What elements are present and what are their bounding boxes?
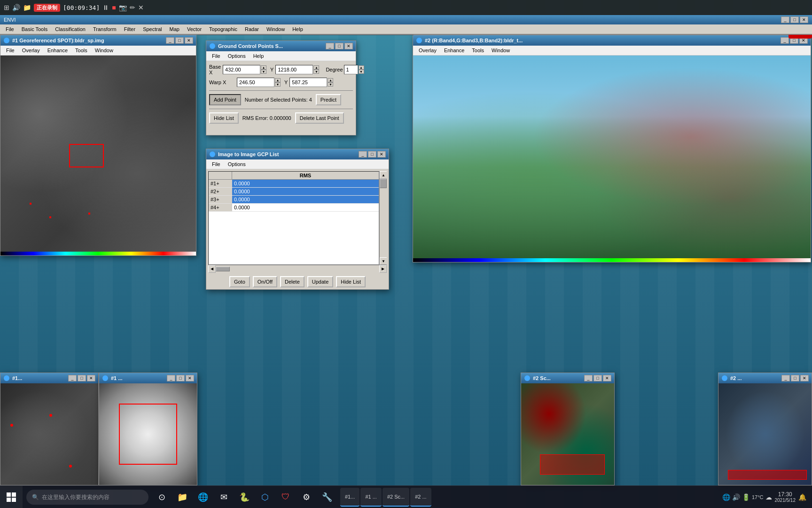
gcp-list-menu-options[interactable]: Options xyxy=(224,160,250,168)
gcp-base-x-input[interactable] xyxy=(223,65,260,74)
main-maximize[interactable]: □ xyxy=(790,16,799,23)
taskbar-browser-icon[interactable]: 🌐 xyxy=(194,488,212,507)
win2-minimize[interactable]: _ xyxy=(781,37,789,44)
thumb2-maximize[interactable]: □ xyxy=(176,375,185,381)
win1-menu-tools[interactable]: Tools xyxy=(71,47,91,54)
image-content-1[interactable] xyxy=(0,56,196,252)
menu-topographic[interactable]: Topographic xyxy=(205,25,241,33)
win1-menu-overlay[interactable]: Overlay xyxy=(18,47,44,54)
table-row[interactable]: #4+ 0.0000 xyxy=(209,204,379,212)
search-input[interactable] xyxy=(42,494,136,500)
thumb3-close[interactable]: ✕ xyxy=(603,375,611,381)
gcp-menu-file[interactable]: File xyxy=(208,52,224,60)
gcp-add-point-btn[interactable]: Add Point xyxy=(209,94,241,105)
gcp-predict-btn[interactable]: Predict xyxy=(316,94,341,105)
vscroll-thumb[interactable] xyxy=(380,179,387,188)
tray-weather-icon[interactable]: ☁ xyxy=(765,493,772,501)
gcp-list-hide-btn[interactable]: Hide List xyxy=(336,276,366,287)
gcp-base-y-input[interactable] xyxy=(275,65,313,74)
pause-icon[interactable]: ⏸ xyxy=(102,4,109,11)
vscroll-down[interactable]: ▼ xyxy=(380,257,387,265)
taskbar-settings-icon[interactable]: ⚙ xyxy=(297,488,316,507)
taskbar-python-icon[interactable]: 🐍 xyxy=(235,488,254,507)
edit-icon[interactable]: ✏ xyxy=(130,4,135,11)
win2-menu-overlay[interactable]: Overlay xyxy=(415,47,440,54)
gcp-vscrollbar[interactable]: ▲ ▼ xyxy=(379,171,387,265)
taskbar-app-1[interactable]: #1... xyxy=(340,488,359,507)
taskbar-antivirus-icon[interactable]: 🛡 xyxy=(276,488,295,507)
tray-notification-icon[interactable]: 🔔 xyxy=(798,493,806,501)
thumb1-close[interactable]: ✕ xyxy=(87,375,95,381)
image-content-2[interactable] xyxy=(413,56,811,258)
warp-spin-up[interactable]: ▲ xyxy=(275,78,281,82)
thumb3-maximize[interactable]: □ xyxy=(593,375,602,381)
warp-y-spin-down[interactable]: ▼ xyxy=(328,82,333,87)
spin-down[interactable]: ▼ xyxy=(261,70,266,74)
gcp-close[interactable]: ✕ xyxy=(344,43,353,49)
gcp-degree-spin[interactable]: ▲ ▼ xyxy=(359,65,364,74)
thumb2-close[interactable]: ✕ xyxy=(186,375,194,381)
taskbar-cortana-icon[interactable]: ⊙ xyxy=(152,488,171,507)
degree-spin-up[interactable]: ▲ xyxy=(359,65,364,70)
menu-map[interactable]: Map xyxy=(166,25,183,33)
thumb1-maximize[interactable]: □ xyxy=(78,375,86,381)
thumb4-minimize[interactable]: _ xyxy=(781,375,790,381)
win1-menu-window[interactable]: Window xyxy=(91,47,117,54)
main-close[interactable]: ✕ xyxy=(800,16,808,23)
close-top-icon[interactable]: ✕ xyxy=(138,4,144,11)
gcp-hscrollbar[interactable]: ◀ ▶ xyxy=(208,265,387,272)
gcp-list-minimize[interactable]: _ xyxy=(359,151,367,158)
win2-menu-tools[interactable]: Tools xyxy=(468,47,488,54)
thumb3-minimize[interactable]: _ xyxy=(584,375,593,381)
taskbar-extra-icon[interactable]: 🔧 xyxy=(318,488,336,507)
spin-up[interactable]: ▲ xyxy=(261,65,266,70)
menu-help[interactable]: Help xyxy=(289,25,307,33)
tray-network-icon[interactable]: 🌐 xyxy=(722,493,730,501)
vscroll-up[interactable]: ▲ xyxy=(380,171,387,179)
thumb1-minimize[interactable]: _ xyxy=(68,375,77,381)
gcp-delete-last-btn[interactable]: Delete Last Point xyxy=(295,112,344,124)
win1-menu-enhance[interactable]: Enhance xyxy=(44,47,71,54)
start-button[interactable] xyxy=(0,486,23,508)
taskbar-files-icon[interactable]: 📁 xyxy=(173,488,192,507)
table-row[interactable]: #3+ 0.0000 xyxy=(209,196,379,204)
menu-basic-tools[interactable]: Basic Tools xyxy=(18,25,51,33)
gcp-degree-input[interactable] xyxy=(344,65,358,74)
gcp-list-onoff-btn[interactable]: On/Off xyxy=(253,276,277,287)
gcp-list-maximize[interactable]: □ xyxy=(368,151,376,158)
table-row[interactable]: #1+ 0.0000 xyxy=(209,180,379,188)
camera-icon[interactable]: 📷 xyxy=(119,4,127,11)
warp-spin-down[interactable]: ▼ xyxy=(275,82,281,87)
menu-filter[interactable]: Filter xyxy=(120,25,139,33)
menu-window[interactable]: Window xyxy=(263,25,289,33)
menu-spectral[interactable]: Spectral xyxy=(139,25,165,33)
thumb4-maximize[interactable]: □ xyxy=(791,375,799,381)
menu-vector[interactable]: Vector xyxy=(183,25,205,33)
thumb3-content[interactable] xyxy=(521,383,614,485)
degree-spin-down[interactable]: ▼ xyxy=(359,70,364,74)
tray-volume-icon[interactable]: 🔊 xyxy=(732,493,740,501)
menu-classification[interactable]: Classification xyxy=(51,25,89,33)
icon2[interactable]: 📁 xyxy=(23,4,31,11)
stop-icon[interactable]: ■ xyxy=(112,4,116,11)
taskbar-vscode-icon[interactable]: ⬡ xyxy=(256,488,274,507)
taskbar-app-4[interactable]: #2 ... xyxy=(410,488,431,507)
win1-close[interactable]: ✕ xyxy=(185,37,193,44)
thumb2-content[interactable] xyxy=(99,383,197,485)
gcp-list-update-btn[interactable]: Update xyxy=(307,276,333,287)
rec-icon[interactable]: ⊞ xyxy=(4,4,9,11)
hscroll-track[interactable] xyxy=(216,267,379,271)
tray-clock[interactable]: 17:30 2021/5/12 xyxy=(775,491,796,503)
thumb2-minimize[interactable]: _ xyxy=(167,375,175,381)
gcp-maximize[interactable]: □ xyxy=(335,43,344,49)
gcp-minimize[interactable]: _ xyxy=(326,43,334,49)
gcp-list-goto-btn[interactable]: Goto xyxy=(229,276,250,287)
win1-minimize[interactable]: _ xyxy=(166,37,174,44)
thumb4-close[interactable]: ✕ xyxy=(800,375,809,381)
taskbar-app-2[interactable]: #1 ... xyxy=(360,488,381,507)
main-minimize[interactable]: _ xyxy=(781,16,789,23)
win1-menu-file[interactable]: File xyxy=(2,47,18,54)
gcp-hide-list-btn[interactable]: Hide List xyxy=(209,112,239,124)
win2-menu-window[interactable]: Window xyxy=(488,47,514,54)
tray-battery-icon[interactable]: 🔋 xyxy=(742,493,750,501)
